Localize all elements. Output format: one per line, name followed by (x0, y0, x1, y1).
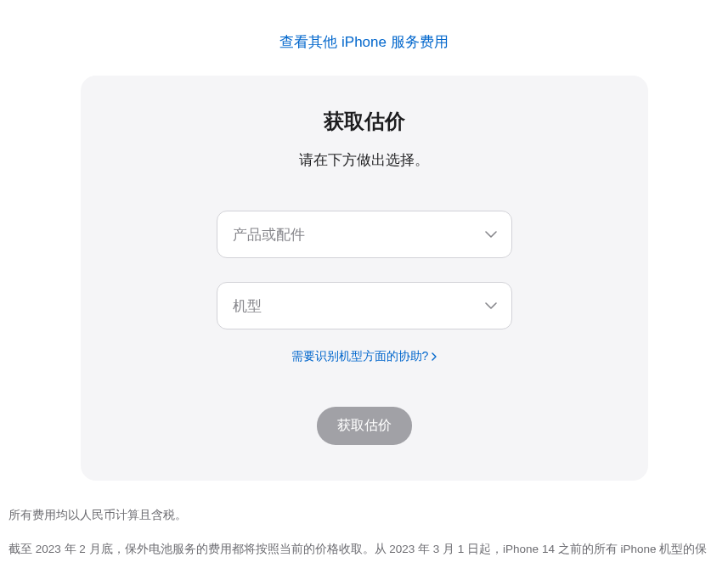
product-select[interactable]: 产品或配件 (217, 211, 512, 258)
chevron-right-icon (432, 352, 437, 361)
get-estimate-button[interactable]: 获取估价 (317, 407, 412, 445)
identify-model-link[interactable]: 需要识别机型方面的协助? (291, 349, 437, 364)
other-services-link[interactable]: 查看其他 iPhone 服务费用 (279, 34, 448, 50)
card-title: 获取估价 (81, 108, 648, 135)
estimate-card: 获取估价 请在下方做出选择。 产品或配件 机型 需要识别机型方面的协助? 获取估… (81, 76, 648, 481)
model-select-wrap: 机型 (217, 282, 512, 329)
help-link-container: 需要识别机型方面的协助? (81, 348, 648, 364)
product-select-wrap: 产品或配件 (217, 211, 512, 258)
card-subtitle: 请在下方做出选择。 (81, 150, 648, 170)
footnotes: 所有费用均以人民币计算且含税。 截至 2023 年 2 月底，保外电池服务的费用… (8, 504, 718, 563)
footnote-price-prefix: 截至 2023 年 2 月底，保外电池服务的费用都将按照当前的价格收取。从 20… (8, 543, 707, 563)
top-link-container: 查看其他 iPhone 服务费用 (0, 0, 728, 76)
model-select[interactable]: 机型 (217, 282, 512, 329)
help-link-label: 需要识别机型方面的协助? (291, 349, 429, 364)
footnote-tax: 所有费用均以人民币计算且含税。 (8, 504, 718, 526)
footnote-price-increase: 截至 2023 年 2 月底，保外电池服务的费用都将按照当前的价格收取。从 20… (8, 538, 718, 563)
